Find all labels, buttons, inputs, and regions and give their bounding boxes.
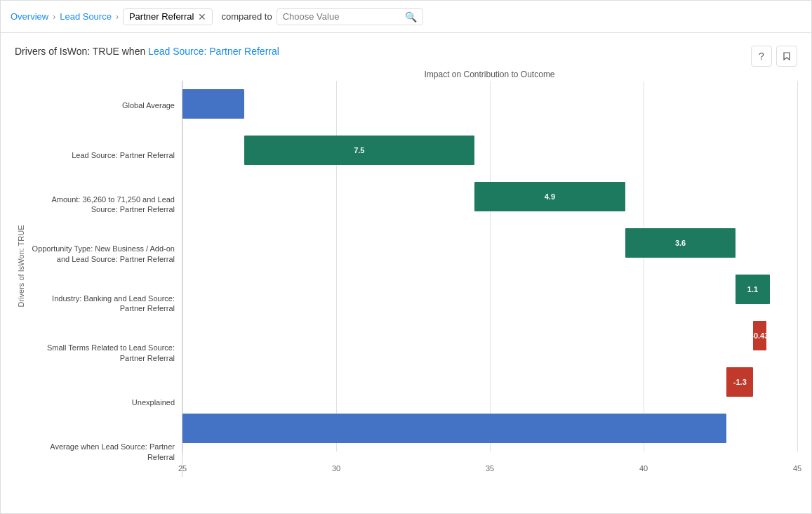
chart-area: Drivers of IsWon: TRUE Impact on Contrib… (15, 70, 797, 463)
y-axis-label: Drivers of IsWon: TRUE (17, 225, 25, 308)
x-tick-label: 40 (639, 464, 648, 473)
breadcrumb-current-value: Partner Referral (129, 11, 194, 22)
section-title: Drivers of IsWon: TRUE when Lead Source:… (15, 46, 797, 57)
grid-line (490, 81, 491, 452)
chart-bar: 4.9 (474, 182, 625, 211)
breadcrumb-chip: Partner Referral ✕ (123, 8, 213, 25)
row-label: Amount: 36,260 to 71,250 and Lead Source… (27, 181, 175, 228)
compare-value-input[interactable] (283, 11, 401, 22)
bookmark-button[interactable] (776, 46, 797, 67)
row-label: Average when Lead Source: Partner Referr… (27, 429, 175, 475)
chart-bar: 1.1 (736, 275, 769, 304)
chart-bar: 7.5 (244, 136, 475, 165)
x-tick-label: 45 (793, 464, 801, 473)
help-button[interactable]: ? (751, 46, 772, 67)
row-label: Opportunity Type: New Business / Add-on … (27, 231, 175, 277)
chart-bar: 3.6 (625, 228, 736, 258)
y-axis-label-container: Drivers of IsWon: TRUE (15, 70, 27, 463)
chart-body: Global AverageLead Source: Partner Refer… (27, 81, 797, 477)
app-container: Overview › Lead Source › Partner Referra… (0, 0, 812, 514)
chart-bar (182, 89, 244, 119)
breadcrumb-sep-1: › (53, 12, 55, 22)
breadcrumb-bar: Overview › Lead Source › Partner Referra… (1, 1, 811, 33)
chart-plot: 25303540457.54.93.61.1-0.43-1.3 (182, 81, 797, 477)
x-tick-label: 30 (332, 464, 340, 473)
breadcrumb-sep-2: › (116, 12, 119, 22)
x-axis-title: Impact on Contribution to Outcome (182, 70, 797, 79)
chart-bar (182, 414, 726, 443)
compare-input-wrap[interactable]: 🔍 (277, 8, 423, 25)
compared-to-label: compared to (221, 11, 272, 22)
chart-bar: -0.43 (753, 321, 766, 350)
row-label: Industry: Banking and Lead Source: Partn… (27, 280, 175, 327)
search-icon: 🔍 (405, 11, 417, 22)
row-label: Unexplained (27, 379, 175, 426)
title-link[interactable]: Lead Source: Partner Referral (148, 46, 279, 57)
row-label: Lead Source: Partner Referral (27, 132, 175, 178)
grid-line (797, 81, 798, 452)
grid-line (182, 81, 183, 452)
breadcrumb-lead-source[interactable]: Lead Source (60, 11, 112, 22)
chart-inner: Impact on Contribution to Outcome Global… (27, 70, 797, 463)
breadcrumb-overview[interactable]: Overview (11, 11, 48, 22)
row-label: Small Terms Related to Lead Source: Part… (27, 330, 175, 376)
chart-bar: -1.3 (726, 367, 753, 397)
row-labels: Global AverageLead Source: Partner Refer… (27, 81, 182, 477)
row-label: Global Average (27, 82, 175, 128)
main-content: Drivers of IsWon: TRUE when Lead Source:… (1, 33, 811, 513)
help-bookmark-group: ? (751, 46, 797, 67)
x-tick-label: 35 (486, 464, 494, 473)
x-tick-label: 25 (178, 464, 187, 473)
breadcrumb-close-icon[interactable]: ✕ (198, 11, 206, 22)
grid-line (644, 81, 644, 452)
